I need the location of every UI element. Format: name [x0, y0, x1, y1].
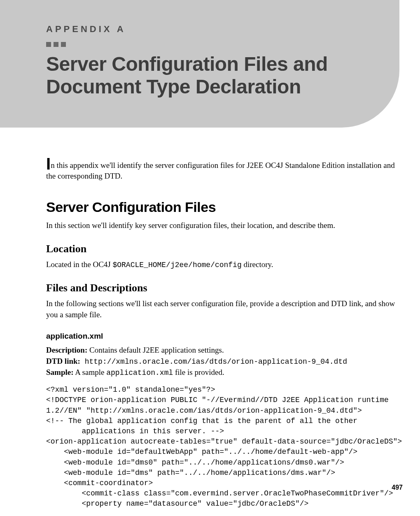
text: A sample — [74, 368, 107, 377]
intro-text: n this appendix we'll identify the serve… — [46, 161, 395, 180]
chapter-header: APPENDIX A Server Configuration Files an… — [0, 0, 399, 128]
section-heading: Server Configuration Files — [46, 199, 395, 215]
section-text: In this section we'll identify key serve… — [46, 220, 395, 231]
location-text: Located in the OC4J $ORACLE_HOME/j2ee/ho… — [46, 259, 395, 270]
appendix-label: APPENDIX A — [46, 24, 399, 35]
square-icon — [54, 42, 58, 47]
subsection-heading-location: Location — [46, 243, 395, 255]
label: Sample: — [46, 368, 74, 377]
value: http://xmlns.oracle.com/ias/dtds/orion-a… — [80, 358, 347, 366]
chapter-title: Server Configuration Files and Document … — [46, 53, 399, 98]
code-sample: <?xml version="1.0" standalone="yes"?> <… — [46, 385, 395, 509]
subsection-heading-files: Files and Descriptions — [46, 282, 395, 294]
label: DTD link: — [46, 357, 80, 365]
decorative-squares — [46, 42, 399, 47]
text: file is provided. — [173, 368, 224, 377]
path-text: $ORACLE_HOME/j2ee/home/config — [112, 261, 241, 269]
square-icon — [61, 42, 66, 47]
text: Located in the OC4J — [46, 260, 112, 269]
file-heading-application-xml: application.xml — [46, 332, 395, 341]
dropcap: I — [46, 155, 51, 173]
description-line: Description: Contains default J2EE appli… — [46, 345, 395, 356]
sample-line: Sample: A sample application.xml file is… — [46, 367, 395, 378]
label: Description: — [46, 346, 87, 354]
square-icon — [46, 42, 51, 47]
page-content: In this appendix we'll identify the serv… — [0, 128, 420, 509]
filename: application.xml — [106, 369, 173, 377]
value: Contains default J2EE application settin… — [87, 346, 224, 354]
intro-paragraph: In this appendix we'll identify the serv… — [46, 156, 395, 181]
dtd-link-line: DTD link: http://xmlns.oracle.com/ias/dt… — [46, 356, 395, 367]
title-line: Server Configuration Files and — [46, 53, 399, 75]
title-line: Document Type Declaration — [46, 75, 399, 98]
files-desc-text: In the following sections we'll list eac… — [46, 298, 395, 320]
text: directory. — [242, 260, 273, 269]
page-number: 497 — [392, 484, 403, 491]
